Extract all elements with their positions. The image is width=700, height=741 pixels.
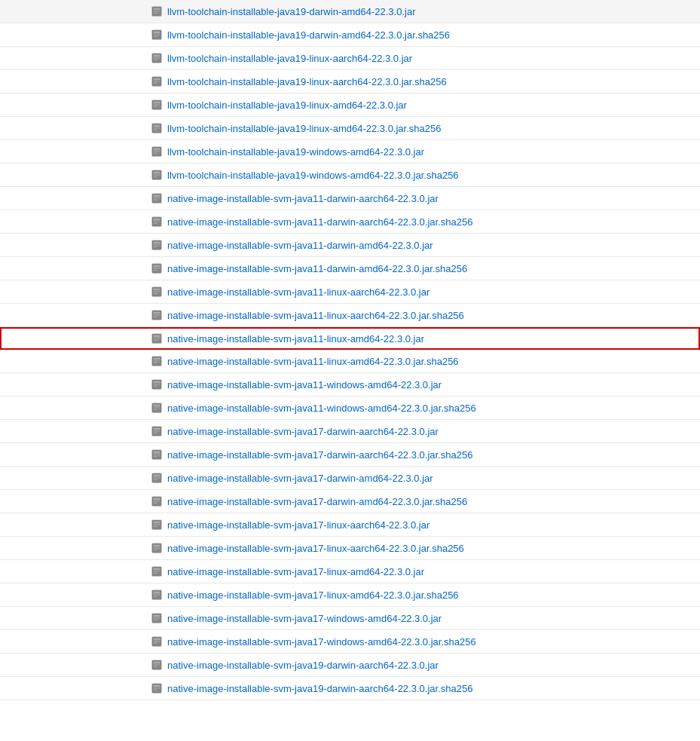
file-link[interactable]: llvm-toolchain-installable-java19-linux-…	[167, 53, 412, 64]
list-item[interactable]: native-image-installable-svm-java17-linu…	[0, 583, 700, 607]
list-item[interactable]: native-image-installable-svm-java17-darw…	[0, 490, 700, 513]
list-item[interactable]: native-image-installable-svm-java17-linu…	[0, 537, 700, 560]
package-icon	[151, 355, 163, 367]
list-item[interactable]: llvm-toolchain-installable-java19-linux-…	[0, 117, 700, 140]
file-link[interactable]: native-image-installable-svm-java17-linu…	[167, 566, 424, 577]
file-link[interactable]: native-image-installable-svm-java11-linu…	[167, 333, 424, 344]
list-item[interactable]: native-image-installable-svm-java11-wind…	[0, 373, 700, 397]
file-link[interactable]: native-image-installable-svm-java19-darw…	[167, 660, 439, 671]
svg-rect-49	[154, 289, 160, 291]
file-link[interactable]: native-image-installable-svm-java17-darw…	[167, 449, 472, 461]
svg-rect-62	[154, 361, 160, 362]
svg-rect-7	[154, 36, 157, 37]
file-link[interactable]: native-image-installable-svm-java17-linu…	[167, 519, 429, 531]
file-link[interactable]: native-image-installable-svm-java11-darw…	[167, 240, 433, 251]
svg-rect-3	[154, 13, 157, 14]
file-link[interactable]: native-image-installable-svm-java17-wind…	[167, 613, 442, 624]
list-item[interactable]: native-image-installable-svm-java11-darw…	[0, 210, 700, 234]
file-link[interactable]: native-image-installable-svm-java17-wind…	[167, 636, 476, 648]
file-link[interactable]: native-image-installable-svm-java11-linu…	[167, 356, 459, 367]
list-item[interactable]: native-image-installable-svm-java17-wind…	[0, 630, 700, 654]
list-item[interactable]: native-image-installable-svm-java11-darw…	[0, 257, 700, 280]
file-link[interactable]: native-image-installable-svm-java17-darw…	[167, 426, 439, 437]
svg-rect-77	[154, 452, 160, 454]
list-item[interactable]: native-image-installable-svm-java11-darw…	[0, 234, 700, 257]
file-link[interactable]: llvm-toolchain-installable-java19-linux-…	[167, 123, 441, 134]
list-item[interactable]: native-image-installable-svm-java19-darw…	[0, 677, 700, 700]
file-link[interactable]: native-image-installable-svm-java11-darw…	[167, 263, 467, 274]
file-link[interactable]: llvm-toolchain-installable-java19-linux-…	[167, 76, 447, 87]
svg-rect-117	[154, 685, 160, 687]
list-item[interactable]: native-image-installable-svm-java11-linu…	[0, 304, 700, 327]
file-link[interactable]: native-image-installable-svm-java11-linu…	[167, 286, 429, 298]
svg-rect-102	[154, 595, 160, 596]
list-item[interactable]: llvm-toolchain-installable-java19-linux-…	[0, 47, 700, 70]
svg-rect-39	[154, 223, 157, 224]
package-icon	[151, 122, 163, 134]
file-link[interactable]: native-image-installable-svm-java11-wind…	[167, 379, 442, 390]
file-link[interactable]: native-image-installable-svm-java17-linu…	[167, 589, 459, 601]
svg-rect-34	[154, 198, 160, 199]
file-link[interactable]: llvm-toolchain-installable-java19-darwin…	[167, 6, 416, 17]
package-icon	[151, 519, 163, 531]
svg-rect-11	[154, 60, 157, 60]
list-item[interactable]: native-image-installable-svm-java19-darw…	[0, 654, 700, 677]
file-link[interactable]: native-image-installable-svm-java11-wind…	[167, 403, 476, 414]
svg-rect-13	[154, 78, 160, 81]
svg-rect-45	[154, 265, 160, 268]
list-item[interactable]: native-image-installable-svm-java17-darw…	[0, 467, 700, 490]
list-item[interactable]: llvm-toolchain-installable-java19-window…	[0, 164, 700, 187]
list-item[interactable]: llvm-toolchain-installable-java19-linux-…	[0, 93, 700, 117]
package-icon	[151, 286, 163, 298]
file-link[interactable]: llvm-toolchain-installable-java19-linux-…	[167, 100, 407, 111]
list-item[interactable]: native-image-installable-svm-java17-darw…	[0, 420, 700, 443]
svg-rect-114	[154, 665, 160, 666]
list-item[interactable]: native-image-installable-svm-java11-darw…	[0, 187, 700, 210]
svg-rect-109	[154, 638, 160, 641]
file-link[interactable]: native-image-installable-svm-java11-darw…	[167, 216, 472, 228]
package-icon	[151, 682, 163, 694]
svg-rect-118	[154, 688, 160, 689]
list-item[interactable]: native-image-installable-svm-java11-linu…	[0, 350, 700, 373]
list-item[interactable]: native-image-installable-svm-java17-linu…	[0, 560, 700, 583]
list-item[interactable]: llvm-toolchain-installable-java19-darwin…	[0, 0, 700, 23]
file-link[interactable]: llvm-toolchain-installable-java19-window…	[167, 170, 459, 181]
svg-rect-91	[154, 526, 157, 527]
list-item[interactable]: native-image-installable-svm-java17-darw…	[0, 443, 700, 467]
list-item[interactable]: native-image-installable-svm-java11-wind…	[0, 397, 700, 420]
package-icon	[151, 29, 163, 41]
svg-rect-19	[154, 106, 157, 107]
package-icon	[151, 425, 163, 437]
svg-rect-119	[154, 690, 157, 690]
package-icon	[151, 449, 163, 461]
list-item[interactable]: llvm-toolchain-installable-java19-linux-…	[0, 70, 700, 93]
svg-rect-93	[154, 545, 160, 547]
svg-rect-53	[154, 312, 160, 314]
file-link[interactable]: native-image-installable-svm-java11-linu…	[167, 310, 464, 321]
file-link[interactable]: native-image-installable-svm-java11-darw…	[167, 193, 439, 204]
svg-rect-67	[154, 386, 157, 387]
list-item[interactable]: native-image-installable-svm-java17-linu…	[0, 513, 700, 537]
list-item[interactable]: native-image-installable-svm-java17-wind…	[0, 607, 700, 630]
list-item[interactable]: llvm-toolchain-installable-java19-window…	[0, 140, 700, 164]
svg-rect-79	[154, 456, 157, 457]
svg-rect-61	[154, 358, 160, 360]
svg-rect-83	[154, 479, 157, 480]
svg-rect-86	[154, 501, 160, 502]
list-item[interactable]: native-image-installable-svm-java11-linu…	[0, 327, 700, 350]
file-list: llvm-toolchain-installable-java19-darwin…	[0, 0, 700, 700]
list-item[interactable]: llvm-toolchain-installable-java19-darwin…	[0, 23, 700, 47]
file-link[interactable]: llvm-toolchain-installable-java19-darwin…	[167, 29, 450, 41]
svg-rect-47	[154, 270, 157, 271]
file-link[interactable]: llvm-toolchain-installable-java19-window…	[167, 146, 424, 158]
svg-rect-51	[154, 293, 157, 294]
package-icon	[151, 309, 163, 321]
package-icon	[151, 99, 163, 111]
file-link[interactable]: native-image-installable-svm-java19-darw…	[167, 683, 472, 694]
file-link[interactable]: native-image-installable-svm-java17-linu…	[167, 543, 464, 554]
file-link[interactable]: native-image-installable-svm-java17-darw…	[167, 473, 433, 484]
package-icon	[151, 75, 163, 87]
svg-rect-63	[154, 363, 157, 363]
list-item[interactable]: native-image-installable-svm-java11-linu…	[0, 280, 700, 304]
file-link[interactable]: native-image-installable-svm-java17-darw…	[167, 496, 467, 507]
